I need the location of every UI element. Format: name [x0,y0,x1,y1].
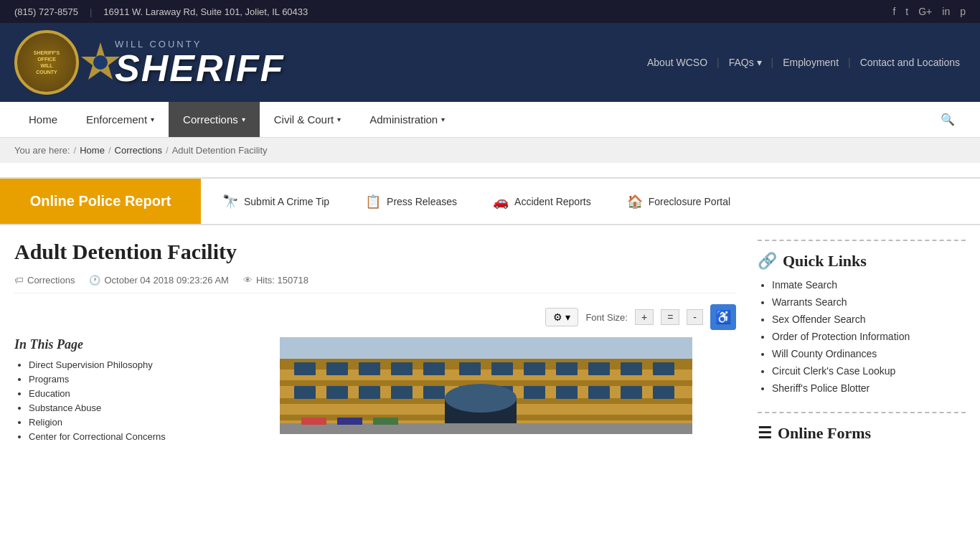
svg-rect-19 [653,362,674,375]
font-default-button[interactable]: = [661,309,679,325]
faqs-link[interactable]: FAQs ▾ [723,57,768,68]
svg-rect-30 [621,386,642,399]
svg-rect-35 [301,418,326,425]
clock-icon: 🕐 [89,275,100,286]
svg-rect-24 [423,386,445,399]
svg-rect-14 [491,362,513,375]
quick-links-section: 🔗 Quick Links Inmate Search Warrants Sea… [758,240,966,394]
breadcrumb-corrections[interactable]: Corrections [115,145,162,156]
inmate-search-link[interactable]: Inmate Search [772,279,837,291]
sex-offender-search-link[interactable]: Sex Offender Search [772,314,865,325]
accident-reports-link[interactable]: 🚗 Accident Reports [486,179,598,224]
top-bar-left: (815) 727-8575 | 16911 W. Laraway Rd, Su… [14,6,308,17]
linkedin-icon[interactable]: in [942,6,950,17]
list-item: Circuit Clerk's Case Lookup [772,365,966,377]
facebook-icon[interactable]: f [892,6,895,17]
online-police-report-button[interactable]: Online Police Report [0,179,201,224]
list-item: Inmate Search [772,279,966,291]
svg-rect-22 [359,386,380,399]
nav-administration[interactable]: Administration ▾ [355,102,459,137]
font-size-label: Font Size: [585,312,628,323]
toc-direct-supervision[interactable]: Direct Supervision Philosophy [29,359,153,370]
toc-religion[interactable]: Religion [29,417,62,428]
foreclosure-portal-link[interactable]: 🏠 Foreclosure Portal [620,179,738,224]
svg-point-1 [93,55,108,70]
svg-rect-36 [337,418,362,425]
svg-rect-18 [621,362,642,375]
list-item: Sex Offender Search [772,314,966,325]
will-county-ordinances-link[interactable]: Will County Ordinances [772,348,877,359]
svg-rect-9 [326,362,348,375]
main-navigation: Home Enforcement ▾ Corrections ▾ Civil &… [0,102,980,138]
meta-date: 🕐 October 04 2018 09:23:26 AM [89,275,228,286]
search-button[interactable]: 🔍 [930,102,966,137]
header-nav: About WCSO | FAQs ▾ | Employment | Conta… [641,57,966,68]
list-item: Direct Supervision Philosophy [29,359,258,370]
twitter-icon[interactable]: t [905,6,908,17]
sheriff-badge: SHERIFF'SOFFICEWILLCOUNTY [14,30,79,95]
article-title: Adult Detention Facility [14,240,736,264]
employment-link[interactable]: Employment [777,57,844,68]
svg-rect-37 [373,418,398,425]
nav-enforcement[interactable]: Enforcement ▾ [72,102,169,137]
social-icons: f t G+ in p [892,6,966,17]
accessibility-button[interactable]: ♿ [710,304,736,330]
svg-rect-20 [294,386,316,399]
house-icon: 🏠 [627,194,643,209]
nav-home[interactable]: Home [14,102,72,137]
nav-corrections[interactable]: Corrections ▾ [169,102,260,137]
car-icon: 🚗 [493,194,509,209]
list-item: Center for Correctional Concerns [29,431,258,442]
article-image-container [280,337,736,434]
font-decrease-button[interactable]: - [687,309,703,325]
svg-rect-10 [359,362,380,375]
list-item: Order of Protection Information [772,331,966,342]
address: 16911 W. Laraway Rd, Suite 101, Joliet, … [103,6,308,17]
svg-rect-21 [326,386,348,399]
eye-icon: 👁 [243,275,253,286]
svg-rect-12 [423,362,445,375]
settings-button[interactable]: ⚙ ▾ [545,308,578,326]
badge-text: SHERIFF'SOFFICEWILLCOUNTY [34,50,60,75]
list-item: Programs [29,374,258,385]
svg-rect-28 [556,386,578,399]
contact-link[interactable]: Contact and Locations [854,57,966,68]
breadcrumb-home[interactable]: Home [80,145,105,156]
article-body: In This Page Direct Supervision Philosop… [14,337,736,460]
pinterest-icon[interactable]: p [960,6,966,17]
submit-crime-tip-link[interactable]: 🔭 Submit A Crime Tip [215,179,336,224]
administration-caret: ▾ [441,116,445,123]
toc-correctional-concerns[interactable]: Center for Correctional Concerns [29,431,166,442]
in-this-page-title: In This Page [14,337,258,352]
svg-rect-34 [280,423,692,434]
quick-access-bar: Online Police Report 🔭 Submit A Crime Ti… [0,177,980,225]
warrants-search-link[interactable]: Warrants Search [772,296,847,308]
breadcrumb: You are here: / Home / Corrections / Adu… [0,138,980,163]
breadcrumb-current: Adult Detention Facility [172,145,268,156]
document-icon: 📋 [365,194,381,209]
googleplus-icon[interactable]: G+ [918,6,932,17]
toc-education[interactable]: Education [29,388,70,399]
about-wcso-link[interactable]: About WCSO [641,57,713,68]
svg-point-33 [445,384,517,413]
main-content: Adult Detention Facility 🏷 Corrections 🕐… [14,240,736,461]
quick-links-title: 🔗 Quick Links [758,252,966,270]
press-releases-link[interactable]: 📋 Press Releases [358,179,464,224]
sheriff-label: SHERIFF [115,50,284,87]
svg-rect-16 [556,362,578,375]
list-item: Sheriff's Police Blotter [772,382,966,394]
corrections-caret: ▾ [242,116,245,123]
phone-number[interactable]: (815) 727-8575 [14,6,78,17]
nav-civil-court[interactable]: Civil & Court ▾ [260,102,355,137]
in-this-page-box: In This Page Direct Supervision Philosop… [14,337,258,446]
svg-rect-13 [459,362,481,375]
online-forms-title: ☰ Online Forms [758,424,966,443]
order-of-protection-link[interactable]: Order of Protection Information [772,331,910,342]
toc-programs[interactable]: Programs [29,374,69,385]
circuit-clerk-link[interactable]: Circuit Clerk's Case Lookup [772,365,895,377]
faqs-caret: ▾ [757,57,762,68]
toc-substance-abuse[interactable]: Substance Abuse [29,402,101,413]
font-increase-button[interactable]: + [635,309,654,325]
police-blotter-link[interactable]: Sheriff's Police Blotter [772,382,870,394]
accessibility-icon: ♿ [715,309,731,325]
